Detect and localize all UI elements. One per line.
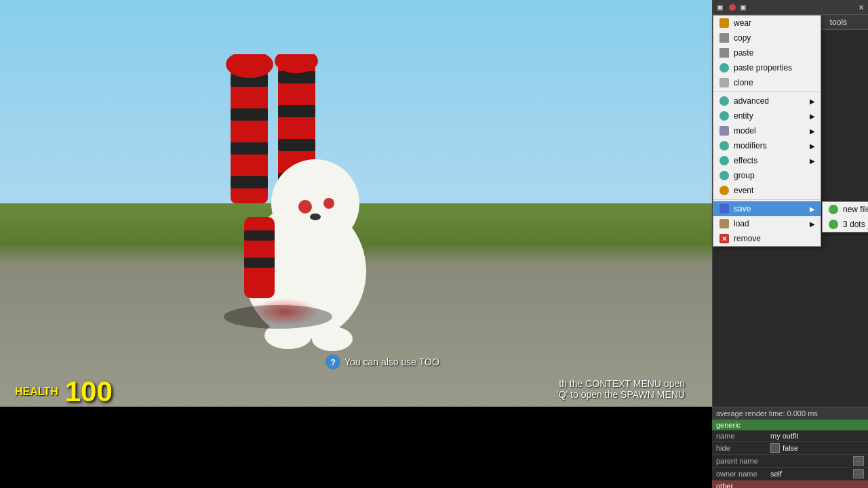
render-time-bar: average render time: 0.000 ms (712, 407, 868, 420)
menu-item-clone[interactable]: clone (713, 75, 821, 90)
advanced-icon (719, 96, 730, 106)
svg-point-13 (271, 159, 359, 247)
menu-item-model[interactable]: model ▶ (713, 123, 821, 138)
prop-row-parent-name: parent name ··· (712, 455, 868, 468)
menu-item-load[interactable]: load ▶ (713, 216, 821, 231)
tooltip-text: You can also use TOO (344, 357, 439, 367)
panel-icon-2[interactable]: ▣ (736, 1, 749, 14)
entity-icon (719, 110, 730, 121)
menu-item-group[interactable]: group (713, 168, 821, 183)
svg-rect-2 (231, 108, 268, 121)
health-hud: HEALTH 100 (15, 375, 113, 408)
entity-arrow: ▶ (810, 113, 815, 120)
hint-line1: th the CONTEXT MENU open (557, 378, 685, 389)
save-icon (719, 203, 730, 214)
menu-item-copy[interactable]: copy (713, 30, 821, 45)
menu-item-entity[interactable]: entity ▶ (713, 108, 821, 123)
tooltip-icon: ? (326, 354, 340, 369)
close-icon[interactable]: × (854, 1, 868, 14)
svg-point-15 (323, 198, 334, 209)
panel-header: ▣ ▣ × (713, 0, 868, 15)
health-label: HEALTH (15, 386, 58, 398)
panel-icon-1[interactable]: ▣ (713, 1, 726, 14)
svg-point-14 (298, 200, 312, 214)
menu-item-effects[interactable]: effects ▶ (713, 153, 821, 168)
new-file-icon (828, 204, 839, 215)
prop-value-owner-name: self (770, 470, 853, 478)
load-arrow: ▶ (810, 220, 815, 228)
hint-container: th the CONTEXT MENU open 'Q' to open the… (557, 378, 685, 400)
menu-item-paste[interactable]: paste (713, 45, 821, 60)
owner-name-btn[interactable]: ··· (853, 469, 864, 479)
prop-label-name: name (716, 432, 770, 440)
hide-checkbox[interactable] (770, 443, 780, 453)
3dots-icon (828, 219, 839, 230)
character-shadow (224, 305, 332, 329)
separator-2 (713, 199, 821, 200)
parent-name-btn[interactable]: ··· (853, 456, 864, 466)
prop-label-owner-name: owner name (716, 470, 770, 478)
save-arrow: ▶ (810, 205, 815, 213)
prop-row-hide: hide false (712, 442, 868, 455)
menu-item-modifiers[interactable]: modifiers ▶ (713, 138, 821, 153)
advanced-arrow: ▶ (810, 98, 815, 105)
prop-label-parent-name: parent name (716, 457, 770, 465)
submenu-item-new-file[interactable]: new file (823, 202, 868, 217)
category-other: other (712, 481, 868, 488)
svg-rect-8 (278, 139, 315, 151)
effects-arrow: ▶ (810, 157, 815, 165)
clone-icon (719, 77, 730, 88)
menu-item-save[interactable]: save ▶ new file 3 dots ▶ (713, 201, 821, 216)
modifiers-arrow: ▶ (810, 142, 815, 150)
svg-rect-4 (231, 176, 268, 188)
main-panel: ▣ ▣ × pac view options player tools wear… (712, 0, 868, 407)
prop-value-hide: false (783, 444, 864, 452)
menu-item-paste-properties[interactable]: paste properties (713, 60, 821, 75)
modifiers-icon (719, 140, 730, 151)
prop-value-name: my outfit (770, 432, 864, 440)
category-generic: generic (712, 420, 868, 430)
model-arrow: ▶ (810, 127, 815, 135)
remove-icon: ✕ (719, 233, 730, 244)
context-menu: wear copy paste paste properties clone a… (713, 15, 821, 247)
prop-row-owner-name: owner name self ··· (712, 468, 868, 481)
svg-rect-3 (231, 142, 268, 155)
menu-item-remove[interactable]: ✕ remove (713, 231, 821, 246)
submenu-item-3dots[interactable]: 3 dots ▶ For_Subscribers IDi (823, 217, 868, 232)
svg-point-16 (310, 214, 321, 220)
tooltip-bar: ? You can also use TOO (326, 354, 439, 369)
prop-row-name: name my outfit (712, 430, 868, 442)
svg-rect-7 (278, 105, 315, 117)
svg-rect-18 (244, 230, 275, 241)
copy-icon (719, 33, 730, 43)
load-icon (719, 218, 730, 229)
prop-label-hide: hide (716, 444, 770, 452)
wear-icon (719, 18, 730, 28)
bottom-panel: average render time: 0.000 ms generic na… (712, 407, 868, 488)
svg-rect-19 (244, 258, 275, 268)
menu-item-wear[interactable]: wear (713, 16, 821, 30)
menu-tools[interactable]: tools (826, 16, 851, 28)
hint-line2: 'Q' to open the SPAWN MENU (557, 389, 685, 400)
paste-properties-icon (719, 62, 730, 73)
model-icon (719, 125, 730, 136)
menu-item-advanced[interactable]: advanced ▶ (713, 94, 821, 108)
menu-item-event[interactable]: event (713, 183, 821, 198)
group-icon (719, 170, 730, 181)
save-submenu: new file 3 dots ▶ For_Subscribers (822, 201, 868, 232)
event-icon (719, 185, 730, 196)
paste-icon (719, 47, 730, 58)
svg-point-21 (312, 327, 353, 351)
health-value: 100 (65, 375, 113, 408)
effects-icon (719, 155, 730, 166)
red-dot-indicator (729, 4, 736, 11)
separator-1 (713, 92, 821, 92)
